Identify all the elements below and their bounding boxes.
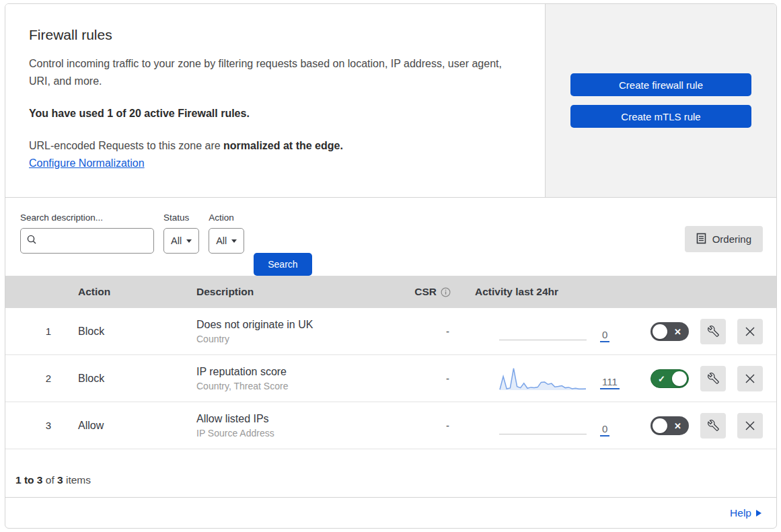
csr-column-label: CSR — [414, 286, 437, 298]
x-icon: ✕ — [674, 327, 681, 336]
toggle-knob — [672, 371, 687, 386]
items-footer: 1 to 3 of 3 items — [5, 449, 776, 498]
delete-rule-button[interactable] — [737, 319, 763, 344]
status-filter-group: Status All — [163, 213, 199, 254]
activity-flatline — [499, 412, 587, 439]
flatline — [499, 340, 587, 340]
intro-panel: Firewall rules Control incoming traffic … — [5, 4, 546, 197]
top-section: Firewall rules Control incoming traffic … — [5, 4, 776, 198]
rule-description-cell: Does not originate in UKCountry — [190, 319, 398, 344]
help-bar: Help — [5, 498, 776, 528]
status-dropdown[interactable]: All — [163, 228, 199, 254]
rule-filter-fields: IP Source Address — [196, 428, 398, 439]
search-icon — [26, 234, 37, 248]
rule-description: Does not originate in UK — [196, 319, 398, 331]
rule-enabled-toggle[interactable]: ✓ — [650, 369, 689, 388]
rule-csr-value: - — [398, 420, 459, 431]
edit-rule-button[interactable] — [700, 413, 726, 439]
rule-enabled-toggle[interactable]: ✕ — [650, 416, 689, 435]
rule-description-cell: IP reputation scoreCountry, Threat Score — [190, 366, 398, 391]
search-label: Search description... — [20, 213, 154, 223]
action-dropdown[interactable]: All — [209, 228, 244, 254]
action-filter-group: Action All — [209, 213, 244, 254]
rule-filter-fields: Country — [196, 334, 398, 344]
search-input[interactable] — [37, 235, 148, 246]
edit-rule-button[interactable] — [700, 366, 726, 391]
chevron-down-icon — [231, 239, 237, 243]
rule-csr-value: - — [398, 326, 459, 337]
action-column-header: Action — [62, 286, 190, 298]
rule-activity-cell: 0 — [459, 318, 613, 345]
search-group: Search description... — [20, 213, 154, 254]
rule-controls: ✕ — [613, 413, 776, 439]
page-title: Firewall rules — [29, 27, 518, 43]
page-description: Control incoming traffic to your zone by… — [29, 55, 507, 90]
delete-rule-button[interactable] — [737, 413, 763, 439]
filter-bar: Search description... Status All Action … — [5, 198, 776, 276]
check-icon: ✓ — [658, 374, 665, 383]
rules-table-body: 1BlockDoes not originate in UKCountry-0✕… — [5, 308, 776, 449]
ordering-label: Ordering — [712, 233, 751, 245]
status-label: Status — [163, 213, 199, 223]
table-row: 2BlockIP reputation scoreCountry, Threat… — [5, 355, 776, 402]
configure-normalization-link[interactable]: Configure Normalization — [29, 157, 145, 169]
toggle-knob — [653, 324, 667, 339]
activity-count-link[interactable]: 0 — [600, 329, 609, 342]
rule-action: Block — [62, 373, 190, 385]
table-row: 3AllowAllow listed IPsIP Source Address-… — [5, 402, 776, 449]
activity-column-header: Activity last 24hr — [459, 286, 613, 298]
wrench-icon — [708, 420, 719, 431]
flatline — [499, 434, 587, 434]
help-arrow-icon — [756, 510, 761, 517]
activity-sparkline — [499, 365, 587, 392]
search-button[interactable]: Search — [254, 253, 311, 276]
search-button-group: Search — [254, 251, 311, 276]
normalization-note-text: URL-encoded Requests to this zone are — [29, 140, 223, 151]
actions-panel: Create firewall rule Create mTLS rule — [546, 4, 776, 197]
ordering-button[interactable]: Ordering — [685, 226, 763, 252]
rule-description: IP reputation score — [196, 366, 398, 378]
status-dropdown-value: All — [171, 235, 182, 246]
edit-rule-button[interactable] — [700, 319, 726, 344]
rule-description: Allow listed IPs — [196, 413, 398, 425]
close-icon — [745, 373, 755, 384]
wrench-icon — [708, 326, 719, 337]
create-firewall-rule-button[interactable]: Create firewall rule — [570, 73, 751, 96]
help-label: Help — [730, 507, 751, 519]
rule-activity-cell: 111 — [459, 365, 613, 392]
help-link[interactable]: Help — [730, 507, 761, 519]
rule-priority: 1 — [5, 326, 62, 337]
rules-table-header: Action Description CSR Activity last 24h… — [5, 276, 776, 308]
delete-rule-button[interactable] — [737, 366, 763, 391]
rule-filter-fields: Country, Threat Score — [196, 381, 398, 391]
table-row: 1BlockDoes not originate in UKCountry-0✕ — [5, 308, 776, 355]
action-dropdown-value: All — [216, 235, 227, 246]
info-icon[interactable] — [441, 287, 451, 297]
ordering-icon — [696, 233, 706, 246]
x-icon: ✕ — [674, 421, 681, 430]
rule-controls: ✓ — [613, 366, 776, 391]
firewall-rules-card: Firewall rules Control incoming traffic … — [5, 3, 777, 529]
activity-count-link[interactable]: 0 — [600, 423, 609, 436]
rule-csr-value: - — [398, 373, 459, 384]
csr-column-header: CSR — [398, 286, 459, 298]
rule-description-cell: Allow listed IPsIP Source Address — [190, 413, 398, 439]
rule-action: Block — [62, 326, 190, 338]
description-column-header: Description — [190, 286, 398, 298]
items-count-text: 1 to 3 of 3 items — [15, 474, 91, 486]
rule-enabled-toggle[interactable]: ✕ — [650, 322, 689, 341]
rule-priority: 3 — [5, 420, 62, 431]
normalization-note: URL-encoded Requests to this zone are no… — [29, 140, 518, 152]
rule-priority: 2 — [5, 373, 62, 384]
create-mtls-rule-button[interactable]: Create mTLS rule — [570, 105, 751, 128]
rule-activity-cell: 0 — [459, 412, 613, 439]
toggle-knob — [653, 418, 667, 433]
rule-action: Allow — [62, 420, 190, 432]
normalization-note-bold: normalized at the edge. — [223, 140, 343, 151]
rule-controls: ✕ — [613, 319, 776, 344]
wrench-icon — [708, 373, 719, 384]
close-icon — [745, 326, 755, 337]
activity-flatline — [499, 318, 587, 345]
usage-summary: You have used 1 of 20 active Firewall ru… — [29, 108, 518, 120]
chevron-down-icon — [186, 239, 192, 243]
